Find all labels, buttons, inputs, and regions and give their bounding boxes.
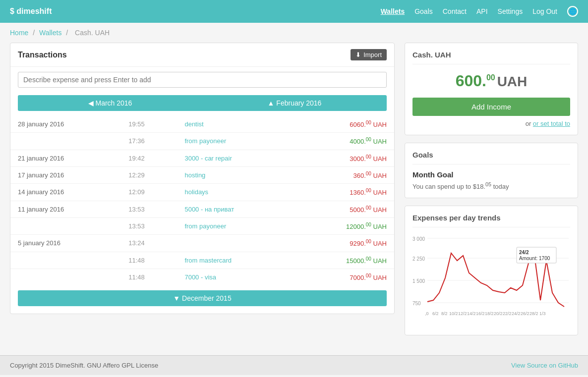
svg-text:16/2: 16/2	[476, 311, 485, 316]
prev-month-button[interactable]: ◀ March 2016	[18, 95, 202, 111]
svg-text:750: 750	[412, 301, 421, 306]
svg-text:22/2: 22/2	[503, 311, 512, 316]
chart-svg: 3 000 2 250 1 500 750 24/2	[412, 233, 571, 327]
svg-text:12/2: 12/2	[458, 311, 467, 316]
transactions-table: 28 january 2016 19:55 dentist 6060.00 UA…	[10, 116, 394, 285]
left-panel: Transactions ⬇ Import ◀ March 2016 ▲ Feb…	[10, 43, 395, 335]
table-row[interactable]: 13:53 from payoneer 12000.00 UAH	[10, 217, 394, 234]
table-row[interactable]: 11:48 7000 - visa 7000.00 UAH	[10, 269, 394, 285]
table-row[interactable]: 14 january 2016 12:09 holidays 1360.00 U…	[10, 184, 394, 201]
breadcrumb: Home / Wallets / Cash. UAH	[0, 23, 588, 43]
goal-description: You can spend up to $18.05 today	[412, 181, 570, 190]
search-area	[10, 67, 394, 93]
main-layout: Transactions ⬇ Import ◀ March 2016 ▲ Feb…	[0, 43, 588, 345]
table-row[interactable]: 21 january 2016 19:42 3000 - car repair …	[10, 150, 394, 166]
svg-text:18/2: 18/2	[485, 311, 494, 316]
breadcrumb-wallets[interactable]: Wallets	[39, 29, 61, 37]
nav-contact[interactable]: Contact	[443, 7, 467, 15]
set-total-link[interactable]: or set total to	[533, 120, 570, 127]
svg-text:,0: ,0	[425, 311, 429, 316]
table-row[interactable]: 17 january 2016 12:29 hosting 360.00 UAH	[10, 166, 394, 183]
import-icon: ⬇	[355, 51, 361, 58]
chart-area: 3 000 2 250 1 500 750 24/2	[412, 233, 570, 327]
nav-logout[interactable]: Log Out	[532, 7, 557, 15]
footer: Copyright 2015 DimeShift. GNU Affero GPL…	[0, 355, 588, 375]
add-income-button[interactable]: Add Income	[412, 98, 570, 116]
svg-text:10/2: 10/2	[449, 311, 458, 316]
table-row[interactable]: 11 january 2016 13:53 5000 - на приват 5…	[10, 201, 394, 217]
footer-copyright: Copyright 2015 DimeShift. GNU Affero GPL…	[10, 362, 158, 369]
svg-text:14/2: 14/2	[467, 311, 476, 316]
balance-currency: UAH	[497, 74, 528, 89]
month-nav: ◀ March 2016 ▲ February 2016	[18, 95, 387, 111]
import-button[interactable]: ⬇ Import	[351, 49, 387, 60]
goal-name: Month Goal	[412, 170, 570, 179]
transactions-title: Transactions	[18, 51, 67, 59]
next-month-button[interactable]: ▲ February 2016	[202, 95, 387, 111]
table-row[interactable]: 11:48 from mastercard 15000.00 UAH	[10, 252, 394, 269]
set-total: or or set total to	[412, 120, 570, 127]
wallet-balance: 600.00 UAH	[412, 72, 570, 90]
wallet-title: Cash. UAH	[412, 51, 570, 64]
balance-amount: 600.00	[456, 72, 495, 90]
svg-text:1/3: 1/3	[539, 311, 546, 316]
header: $ dimeshift Wallets Goals Contact API Se…	[0, 0, 588, 23]
right-panel: Cash. UAH 600.00 UAH Add Income or or se…	[405, 43, 578, 335]
svg-text:3 000: 3 000	[412, 236, 425, 242]
goals-card: Goals Month Goal You can spend up to $18…	[405, 143, 578, 198]
svg-text:24/2: 24/2	[519, 250, 529, 255]
svg-text:6/2: 6/2	[432, 311, 439, 316]
svg-text:24/2: 24/2	[512, 311, 521, 316]
nav-settings[interactable]: Settings	[498, 7, 523, 15]
table-row[interactable]: 5 january 2016 13:24 9290.00 UAH	[10, 235, 394, 252]
nav-api[interactable]: API	[476, 7, 488, 15]
dec-month-button[interactable]: ▼ December 2015	[18, 290, 387, 306]
table-row[interactable]: 28 january 2016 19:55 dentist 6060.00 UA…	[10, 116, 394, 133]
nav-goals[interactable]: Goals	[414, 7, 433, 15]
search-input[interactable]	[18, 72, 387, 88]
github-link[interactable]: View Source on GitHub	[511, 362, 578, 369]
table-row[interactable]: 17:36 from payoneer 4000.00 UAH	[10, 133, 394, 150]
breadcrumb-current: Cash. UAH	[75, 29, 110, 37]
transactions-card: Transactions ⬇ Import ◀ March 2016 ▲ Feb…	[10, 43, 395, 314]
logo[interactable]: $ dimeshift	[10, 7, 52, 16]
svg-text:8/2: 8/2	[441, 311, 448, 316]
svg-text:26/2: 26/2	[521, 311, 529, 316]
svg-text:2 250: 2 250	[412, 256, 425, 262]
svg-text:1 500: 1 500	[412, 278, 425, 284]
wallet-card: Cash. UAH 600.00 UAH Add Income or or se…	[405, 43, 578, 135]
breadcrumb-home[interactable]: Home	[10, 29, 28, 37]
svg-text:Amount: 1700: Amount: 1700	[519, 256, 550, 261]
header-nav: Wallets Goals Contact API Settings Log O…	[381, 6, 578, 17]
nav-wallets[interactable]: Wallets	[381, 7, 405, 15]
svg-text:20/2: 20/2	[494, 311, 503, 316]
goals-title: Goals	[412, 151, 570, 164]
globe-icon[interactable]: 🌐	[567, 6, 578, 17]
chart-title: Expenses per day trends	[412, 214, 570, 227]
chart-card: Expenses per day trends 3 000 2 250 1 50…	[405, 206, 578, 335]
svg-text:28/2: 28/2	[529, 311, 538, 316]
transactions-header: Transactions ⬇ Import	[10, 43, 394, 67]
